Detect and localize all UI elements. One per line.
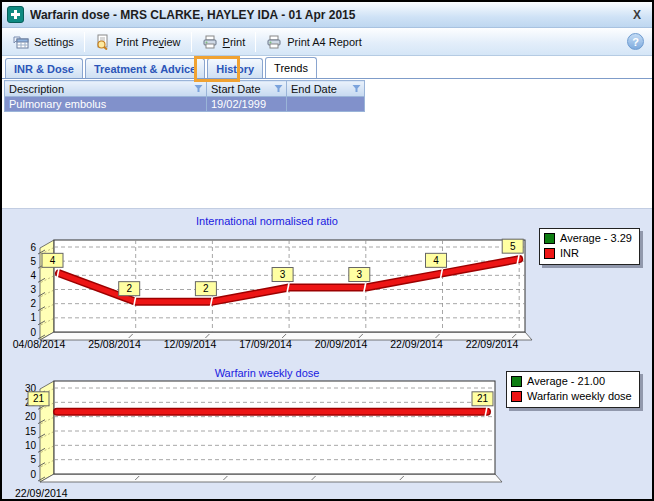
toolbar-separator [84,32,85,52]
svg-text:4: 4 [30,270,36,281]
print-preview-icon [95,34,111,50]
inr-chart-legend: Average - 3.29 INR [539,228,640,265]
table-header-row: Description Start Date End Date [5,81,365,97]
toolbar-separator [191,32,192,52]
average-swatch [511,376,522,387]
svg-text:21: 21 [33,393,45,404]
svg-text:15: 15 [25,426,37,437]
svg-text:2: 2 [203,283,209,294]
dose-swatch [511,391,522,402]
print-preview-button[interactable]: Print Preview [88,31,188,53]
svg-text:4: 4 [433,255,439,266]
column-header-label: Start Date [211,83,261,95]
filter-icon[interactable] [352,84,361,93]
print-label: Print [223,36,246,48]
svg-text:12/09/2014: 12/09/2014 [164,338,217,350]
legend-label: Average - 21.00 [527,374,605,389]
svg-text:5: 5 [510,241,516,252]
content-area: Description Start Date End Date Pulmonar… [2,80,652,208]
table-row-pulmonary-embolus[interactable]: Pulmonary embolus 19/02/1999 [5,97,365,112]
tab-treatment-advice[interactable]: Treatment & Advice [85,58,205,78]
svg-text:22/09/2014: 22/09/2014 [390,338,443,350]
svg-text:0: 0 [30,327,36,338]
print-label-post: rint [230,36,245,48]
cell-end-date [287,97,365,112]
print-preview-label-post: iew [164,36,181,48]
print-button[interactable]: Print [195,31,253,53]
legend-row-average: Average - 3.29 [544,231,632,246]
svg-text:3: 3 [280,269,286,280]
cell-start-date: 19/02/1999 [207,97,287,112]
printer-icon [266,34,282,50]
tab-inr-dose[interactable]: INR & Dose [5,58,83,78]
cell-description: Pulmonary embolus [5,97,207,112]
print-a4-report-label: Print A4 Report [287,36,362,48]
legend-row-inr: INR [544,246,632,261]
help-button[interactable]: ? [627,33,644,50]
problems-table: Description Start Date End Date Pulmonar… [4,80,365,112]
column-header-label: Description [9,83,64,95]
printer-icon [202,34,218,50]
title-bar: Warfarin dose - MRS CLARKE, HAYLEY IDA -… [2,2,652,28]
toolbar: Settings Print Preview Print Print A4 Re… [2,28,652,56]
print-preview-label: Print Preview [116,36,181,48]
settings-icon [13,34,29,50]
app-cross-icon [7,6,24,23]
column-header-label: End Date [291,83,337,95]
print-preview-label-pre: Print Pre [116,36,159,48]
svg-text:20: 20 [25,411,37,422]
legend-row-dose: Warfarin weekly dose [511,389,632,404]
svg-text:10: 10 [25,440,37,451]
dose-chart-legend: Average - 21.00 Warfarin weekly dose [506,371,640,408]
legend-label: Warfarin weekly dose [527,389,632,404]
svg-text:22/09/2014: 22/09/2014 [466,338,519,350]
charts-panel: 0123456422334504/08/201425/08/201412/09/… [2,208,652,500]
svg-text:22/09/2014: 22/09/2014 [15,487,68,499]
tab-trends[interactable]: Trends [265,57,317,78]
legend-label: INR [560,246,579,261]
column-header-start-date[interactable]: Start Date [207,81,287,97]
svg-text:5: 5 [30,256,36,267]
legend-row-average: Average - 21.00 [511,374,632,389]
svg-text:3: 3 [357,269,363,280]
svg-text:1: 1 [30,312,36,323]
tab-bar: INR & Dose Treatment & Advice History Tr… [2,56,652,79]
inr-chart-title: International normalised ratio [2,215,532,227]
svg-text:2: 2 [126,283,132,294]
average-swatch [544,233,555,244]
svg-text:17/09/2014: 17/09/2014 [239,338,292,350]
svg-text:5: 5 [30,454,36,465]
svg-text:6: 6 [30,242,36,253]
print-a4-report-button[interactable]: Print A4 Report [259,31,369,53]
svg-text:2: 2 [30,298,36,309]
settings-button[interactable]: Settings [6,31,81,53]
window-title: Warfarin dose - MRS CLARKE, HAYLEY IDA -… [30,8,624,22]
svg-text:25/08/2014: 25/08/2014 [88,338,141,350]
toolbar-separator [255,32,256,52]
column-header-description[interactable]: Description [5,81,207,97]
column-header-end-date[interactable]: End Date [287,81,365,97]
dose-chart-title: Warfarin weekly dose [2,367,532,379]
svg-text:0: 0 [30,469,36,480]
filter-icon[interactable] [194,84,203,93]
svg-text:20/09/2014: 20/09/2014 [315,338,368,350]
svg-text:21: 21 [477,393,489,404]
svg-text:04/08/2014: 04/08/2014 [13,338,66,350]
svg-text:3: 3 [30,284,36,295]
filter-icon[interactable] [274,84,283,93]
close-button[interactable]: X [630,8,644,22]
inr-swatch [544,248,555,259]
settings-label: Settings [34,36,74,48]
tab-history[interactable]: History [207,58,263,78]
print-label-accel: P [223,36,230,48]
legend-label: Average - 3.29 [560,231,632,246]
svg-text:4: 4 [50,255,56,266]
warfarin-dose-window: Warfarin dose - MRS CLARKE, HAYLEY IDA -… [0,0,654,501]
